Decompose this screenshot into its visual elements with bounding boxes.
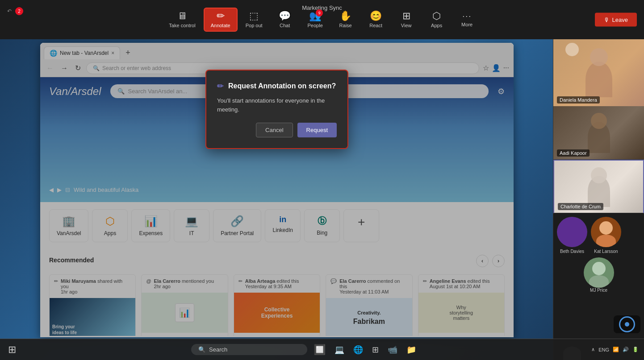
- toolbar-item-annotate[interactable]: ✏ Annotate: [204, 8, 238, 32]
- participants-small: Beth Davies Kat Larsson: [553, 213, 644, 257]
- react-icon: 😊: [370, 11, 382, 21]
- request-button[interactable]: Request: [297, 123, 337, 137]
- toolbar-item-apps[interactable]: ⬡ Apps: [422, 8, 451, 31]
- participant-label-charlotte: Charlotte de Crum: [558, 203, 603, 210]
- apps-icon: ⬡: [432, 11, 441, 21]
- name-beth: Beth Davies: [560, 249, 584, 254]
- taskbar-center: 🔍 Search 🔲 💻 🌐 ⊞ 📹 📁: [19, 342, 591, 357]
- taskbar: ⊞ 🔍 Search 🔲 💻 🌐 ⊞ 📹 📁 ∧ ENG 📶 🔊 🔋: [0, 339, 644, 360]
- edge-icon[interactable]: 🌐: [351, 343, 366, 356]
- logo-watermark: [614, 315, 640, 333]
- taskbar-right: ∧ ENG 📶 🔊 🔋: [591, 347, 639, 352]
- teams-icon[interactable]: 💻: [332, 343, 347, 356]
- participant-video-charlotte: Charlotte de Crum: [553, 160, 644, 213]
- people-badge: 9: [316, 9, 323, 17]
- cancel-button[interactable]: Cancel: [256, 123, 293, 137]
- file-explorer-icon[interactable]: 📁: [404, 343, 419, 356]
- participant-beth: Beth Davies: [557, 217, 587, 254]
- modal-title: Request Annotation on screen?: [228, 82, 336, 90]
- participant-label-daniela: Daniela Mandera: [557, 96, 600, 103]
- store-icon[interactable]: ⊞: [369, 343, 381, 356]
- toolbar-item-react[interactable]: 😊 React: [362, 8, 390, 31]
- modal-header: ✏ Request Annotation on screen?: [217, 81, 337, 91]
- toolbar-item-more[interactable]: ··· More: [453, 9, 481, 30]
- view-icon: ⊞: [402, 11, 410, 21]
- taskview-icon[interactable]: 🔲: [311, 342, 328, 357]
- name-kat: Kat Larsson: [594, 249, 618, 254]
- leave-button[interactable]: 🎙 Leave: [595, 13, 637, 27]
- browser-window: 🌐 New tab - VanArsdel × + ← → ↻ 🔍 Search…: [40, 43, 514, 337]
- participant-label-aadi: Aadi Kapoor: [557, 149, 590, 157]
- modal-body: You'll start annotations for everyone in…: [217, 96, 337, 114]
- toolbar-item-people[interactable]: 👥 9 People: [301, 8, 330, 31]
- language-indicator: ENG: [598, 347, 609, 352]
- participants-panel: Daniela Mandera Aadi Kapoor Charlotte de…: [553, 39, 644, 360]
- avatar-kat: [591, 217, 621, 247]
- meeting-toolbar: 🖥 Take control ✏ Annotate ⬚ Pop out 💬 Ch…: [163, 8, 481, 32]
- more-icon: ···: [462, 12, 472, 20]
- search-icon-taskbar: 🔍: [198, 346, 205, 353]
- toolbar-item-chat[interactable]: 💬 Chat: [271, 8, 299, 31]
- avatar-mj: [584, 257, 614, 288]
- window-controls: ↶ 2: [7, 7, 23, 15]
- battery-icon: 🔋: [632, 347, 639, 352]
- annotation-modal-icon: ✏: [217, 81, 224, 91]
- volume-icon[interactable]: 🔊: [623, 347, 629, 352]
- start-button[interactable]: ⊞: [5, 342, 19, 357]
- participant-mj: MJ Price: [553, 257, 644, 296]
- modal-overlay: ✏ Request Annotation on screen? You'll s…: [40, 43, 514, 337]
- back-icon[interactable]: ↶: [7, 8, 12, 14]
- microphone-muted-icon: 🎙: [604, 17, 610, 23]
- take-control-icon: 🖥: [177, 11, 187, 21]
- modal-actions: Cancel Request: [217, 123, 337, 137]
- taskbar-left: ⊞: [5, 342, 19, 357]
- people-icon: 👥 9: [309, 11, 321, 21]
- toolbar-item-raise[interactable]: ✋ Raise: [331, 8, 360, 31]
- system-tray-icon[interactable]: ∧: [591, 347, 595, 352]
- pop-out-icon: ⬚: [249, 11, 259, 21]
- avatar-beth: [557, 217, 587, 247]
- wifi-icon: 📶: [613, 347, 619, 352]
- toolbar-item-take-control[interactable]: 🖥 Take control: [163, 8, 201, 31]
- raise-icon: ✋: [339, 11, 351, 21]
- participant-video-aadi: Aadi Kapoor: [553, 106, 644, 160]
- toolbar-item-pop-out[interactable]: ⬚ Pop out: [239, 8, 269, 31]
- notification-badge: 2: [15, 7, 23, 15]
- name-mj: MJ Price: [590, 288, 607, 293]
- participant-kat: Kat Larsson: [591, 217, 621, 254]
- top-bar: Marketing Sync ↶ 2 🖥 Take control ✏ Anno…: [0, 0, 644, 39]
- chat-icon: 💬: [279, 11, 291, 21]
- request-annotation-modal: ✏ Request Annotation on screen? You'll s…: [205, 70, 348, 149]
- toolbar-item-view[interactable]: ⊞ View: [392, 8, 421, 31]
- browser-area: 🌐 New tab - VanArsdel × + ← → ↻ 🔍 Search…: [0, 39, 553, 360]
- search-bar[interactable]: 🔍 Search: [191, 344, 307, 355]
- video-call-icon[interactable]: 📹: [385, 343, 400, 356]
- annotate-icon: ✏: [217, 11, 225, 21]
